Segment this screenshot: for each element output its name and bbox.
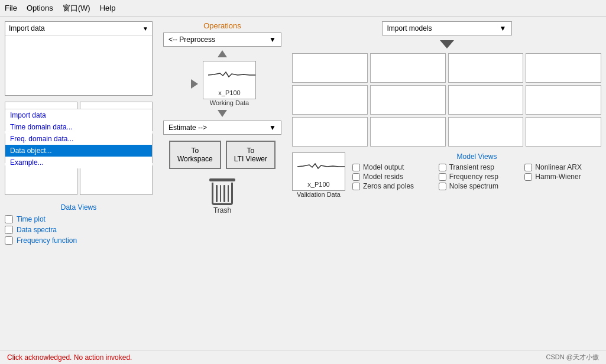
- import-models-label: Import models: [387, 24, 432, 32]
- trash-icon: [210, 178, 234, 205]
- validation-data-label: Validation Data: [297, 191, 341, 198]
- time-plot-checkbox[interactable]: [5, 215, 13, 223]
- nonlinear-arx-row: Nonlinear ARX: [524, 163, 601, 171]
- center-top: Operations <-- Preprocess ▼ x_P100: [157, 21, 287, 135]
- time-plot-row: Time plot: [5, 215, 153, 223]
- data-cell-6[interactable]: [80, 165, 153, 195]
- preprocess-label: <-- Preprocess: [168, 35, 215, 44]
- preprocess-dropdown[interactable]: <-- Preprocess ▼: [163, 32, 281, 47]
- nonlinear-arx-checkbox[interactable]: [524, 164, 532, 171]
- model-output-label[interactable]: Model output: [363, 163, 404, 171]
- operations-title: Operations: [203, 21, 241, 30]
- trash-lid: [209, 178, 235, 181]
- button-row: ToWorkspace ToLTI Viewer: [169, 141, 276, 169]
- freq-function-checkbox[interactable]: [5, 236, 13, 245]
- model-cell-12[interactable]: [526, 117, 601, 147]
- import-models-arrow-icon: ▼: [500, 24, 507, 32]
- to-workspace-button[interactable]: ToWorkspace: [169, 141, 221, 169]
- data-views-title: Data Views: [5, 203, 153, 212]
- noise-spectrum-checkbox[interactable]: [439, 183, 446, 190]
- working-data-box[interactable]: x_P100: [203, 61, 256, 99]
- dropdown-item-freq-domain[interactable]: Freq. domain data...: [5, 133, 152, 145]
- hamm-wiener-row: Hamm-Wiener: [524, 173, 601, 181]
- nonlinear-arx-label[interactable]: Nonlinear ARX: [535, 163, 582, 171]
- menu-file[interactable]: File: [5, 4, 17, 12]
- data-views-section: Data Views Time plot Data spectra Freque…: [5, 203, 153, 247]
- frequency-resp-label[interactable]: Frequency resp: [449, 173, 498, 181]
- model-cell-1[interactable]: [292, 53, 368, 83]
- zeros-and-poles-row: Zeros and poles: [352, 182, 429, 190]
- dropdown-item-time-domain[interactable]: Time domain data...: [5, 121, 152, 133]
- preprocess-arrow-icon: ▼: [269, 35, 276, 44]
- estimate-dropdown[interactable]: Estimate --> ▼: [163, 121, 281, 135]
- right-panel: Import models ▼: [292, 21, 601, 359]
- model-cell-8[interactable]: [526, 85, 601, 115]
- transient-resp-checkbox[interactable]: [439, 164, 446, 171]
- dropdown-item-data-object[interactable]: Data object...: [5, 145, 152, 157]
- validation-data-box[interactable]: x_P100: [292, 152, 345, 191]
- data-spectra-label[interactable]: Data spectra: [17, 226, 57, 234]
- validation-data-name: x_P100: [307, 181, 329, 188]
- noise-spectrum-label[interactable]: Noise spectrum: [449, 182, 498, 190]
- transient-resp-row: Transient resp: [439, 163, 516, 171]
- bottom-section: x_P100 Validation Data Model Views Model…: [292, 152, 601, 198]
- import-data-dropdown[interactable]: Import data ▼ Import data Time domain da…: [5, 21, 153, 96]
- import-models-row: Import models ▼: [292, 21, 601, 35]
- time-plot-label[interactable]: Time plot: [17, 215, 46, 223]
- model-grid: [292, 53, 601, 147]
- model-cell-3[interactable]: [448, 53, 524, 83]
- model-cell-10[interactable]: [370, 117, 446, 147]
- trash-body: [212, 183, 233, 205]
- dropdown-header[interactable]: Import data ▼: [5, 22, 152, 35]
- working-data-row: x_P100 Working Data: [189, 61, 256, 106]
- model-cell-5[interactable]: [292, 85, 368, 115]
- status-message: Click acknowledged. No action invoked.: [7, 353, 132, 362]
- transient-resp-label[interactable]: Transient resp: [449, 163, 494, 171]
- data-cell-5[interactable]: [5, 165, 77, 195]
- menubar: File Options 窗口(W) Help: [0, 0, 606, 17]
- dropdown-arrow-icon: ▼: [142, 25, 148, 32]
- dropdown-item-example[interactable]: Example...: [5, 157, 152, 168]
- to-lti-viewer-button[interactable]: ToLTI Viewer: [226, 141, 276, 169]
- right-arrow-icon: [191, 79, 198, 89]
- trash-line-4: [228, 185, 229, 202]
- menu-options[interactable]: Options: [27, 4, 53, 12]
- menu-window[interactable]: 窗口(W): [63, 3, 90, 14]
- model-views-section: Model Views Model output Transient resp …: [352, 152, 601, 198]
- data-spectra-row: Data spectra: [5, 226, 153, 234]
- model-cell-2[interactable]: [370, 53, 446, 83]
- working-data-name: x_P100: [218, 89, 240, 96]
- model-cell-6[interactable]: [370, 85, 446, 115]
- hamm-wiener-label[interactable]: Hamm-Wiener: [535, 173, 581, 181]
- zeros-and-poles-label[interactable]: Zeros and poles: [363, 182, 414, 190]
- model-resids-checkbox[interactable]: [352, 173, 360, 181]
- model-resids-label[interactable]: Model resids: [363, 173, 403, 181]
- model-views-title: Model Views: [352, 152, 601, 161]
- frequency-resp-checkbox[interactable]: [439, 173, 446, 181]
- model-views-grid: Model output Transient resp Nonlinear AR…: [352, 163, 601, 190]
- import-models-dropdown[interactable]: Import models ▼: [382, 21, 512, 35]
- main-area: Import data ▼ Import data Time domain da…: [0, 17, 606, 364]
- model-output-checkbox[interactable]: [352, 164, 360, 171]
- dropdown-menu: Import data Time domain data... Freq. do…: [5, 109, 152, 168]
- hamm-wiener-checkbox[interactable]: [524, 173, 532, 181]
- down-arrow-icon: [218, 110, 227, 117]
- dropdown-current-value: Import data: [9, 24, 45, 32]
- data-spectra-checkbox[interactable]: [5, 226, 13, 234]
- model-cell-7[interactable]: [448, 85, 524, 115]
- noise-spectrum-row: Noise spectrum: [439, 182, 516, 190]
- estimate-arrow-icon: ▼: [269, 124, 276, 132]
- frequency-resp-row: Frequency resp: [439, 173, 516, 181]
- trash-line-1: [216, 185, 218, 202]
- trash-container[interactable]: Trash: [210, 178, 234, 214]
- menu-help[interactable]: Help: [100, 4, 116, 12]
- trash-label: Trash: [213, 206, 231, 214]
- model-cell-4[interactable]: [526, 53, 601, 83]
- zeros-and-poles-checkbox[interactable]: [352, 183, 360, 190]
- validation-data-section: x_P100 Validation Data: [292, 152, 345, 198]
- freq-function-label[interactable]: Frequency function: [17, 236, 77, 245]
- model-cell-9[interactable]: [292, 117, 368, 147]
- status-credit: CSDN @天才小傲: [546, 353, 599, 362]
- model-cell-11[interactable]: [448, 117, 524, 147]
- dropdown-item-import-data[interactable]: Import data: [5, 109, 152, 121]
